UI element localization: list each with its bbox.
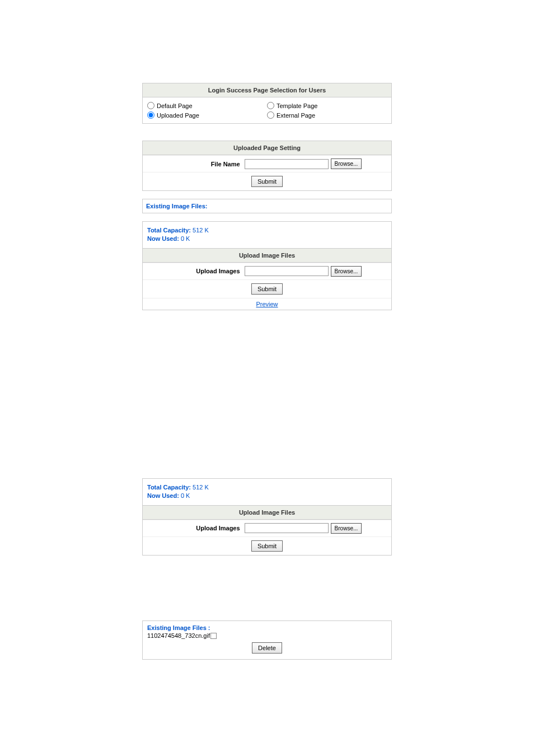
default-page-label: Default Page xyxy=(157,102,193,109)
template-page-label: Template Page xyxy=(277,102,317,109)
existing-image-files-header-2: Existing Image Files : xyxy=(147,624,387,631)
now-used-label-2: Now Used: xyxy=(147,492,179,499)
default-page-radio[interactable] xyxy=(147,102,154,109)
upload-image-files-header-1: Upload Image Files xyxy=(143,248,391,263)
total-capacity-value-2: 512 K xyxy=(191,484,209,491)
file-name-input[interactable] xyxy=(245,159,329,169)
login-success-header: Login Success Page Selection for Users xyxy=(143,83,391,97)
upload-images-label-1: Upload Images xyxy=(143,268,242,274)
upload-images-browse-button-2[interactable]: Browse... xyxy=(331,523,362,534)
now-used-value-1: 0 K xyxy=(179,235,190,242)
existing-image-files-panel-2: Existing Image Files : 1102474548_732cn.… xyxy=(142,620,392,660)
total-capacity-label-2: Total Capacity: xyxy=(147,484,191,491)
now-used-value-2: 0 K xyxy=(179,492,190,499)
delete-button[interactable]: Delete xyxy=(252,642,282,654)
uploaded-page-setting-header: Uploaded Page Setting xyxy=(143,141,391,155)
template-page-radio[interactable] xyxy=(267,102,274,109)
uploaded-page-submit-button[interactable]: Submit xyxy=(251,176,283,187)
upload-images-submit-button-2[interactable]: Submit xyxy=(251,540,283,552)
upload-images-input-1[interactable] xyxy=(245,266,329,276)
external-page-radio[interactable] xyxy=(267,111,274,119)
existing-file-name: 1102474548_732cn.gif xyxy=(147,632,210,639)
upload-images-input-2[interactable] xyxy=(245,523,329,533)
file-name-label: File Name xyxy=(143,161,242,167)
upload-image-files-header-2: Upload Image Files xyxy=(143,505,391,520)
existing-file-checkbox[interactable] xyxy=(210,633,217,639)
upload-images-label-2: Upload Images xyxy=(143,525,242,531)
file-name-browse-button[interactable]: Browse... xyxy=(331,158,362,169)
login-success-panel: Login Success Page Selection for Users D… xyxy=(142,83,392,124)
existing-image-files-header-1: Existing Image Files: xyxy=(146,203,207,209)
uploaded-page-label: Uploaded Page xyxy=(157,112,199,119)
uploaded-page-setting-panel: Uploaded Page Setting File Name Browse..… xyxy=(142,141,392,191)
total-capacity-value-1: 512 K xyxy=(191,227,209,234)
preview-link[interactable]: Preview xyxy=(256,301,278,307)
upload-images-browse-button-1[interactable]: Browse... xyxy=(331,266,362,277)
upload-image-files-panel-2: Total Capacity: 512 K Now Used: 0 K Uplo… xyxy=(142,478,392,556)
upload-image-files-panel-1: Total Capacity: 512 K Now Used: 0 K Uplo… xyxy=(142,221,392,310)
external-page-label: External Page xyxy=(277,112,315,119)
now-used-label-1: Now Used: xyxy=(147,235,179,242)
uploaded-page-radio[interactable] xyxy=(147,111,154,119)
existing-image-files-panel-1: Existing Image Files: xyxy=(142,199,392,213)
upload-images-submit-button-1[interactable]: Submit xyxy=(251,283,283,295)
total-capacity-label-1: Total Capacity: xyxy=(147,227,191,234)
